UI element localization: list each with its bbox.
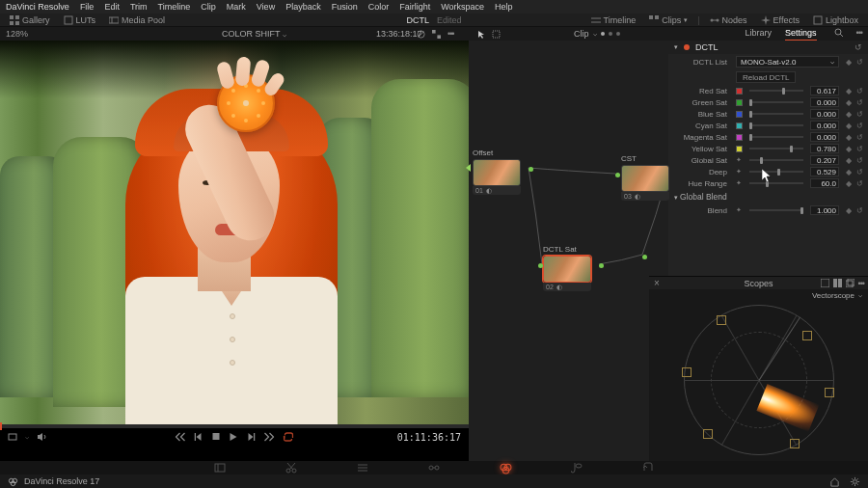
reset-icon[interactable]: ↺: [856, 179, 864, 187]
loop-icon[interactable]: [284, 432, 294, 442]
reset-icon[interactable]: ↺: [856, 58, 864, 66]
reset-icon[interactable]: ↺: [856, 206, 864, 214]
dctl-list-dropdown[interactable]: MONO-Sat-v2.0⌵: [736, 56, 839, 68]
node-dctl-sat[interactable]: DCTL Sat 02 ◐: [543, 245, 591, 291]
param-value[interactable]: 0.207: [810, 155, 839, 165]
menu-edit[interactable]: Edit: [104, 2, 120, 12]
param-value[interactable]: 60.0: [810, 178, 839, 188]
pointer-tool-icon[interactable]: [477, 30, 486, 39]
tab-library[interactable]: Library: [746, 28, 773, 41]
menu-workspace[interactable]: Workspace: [441, 2, 484, 12]
clip-name[interactable]: COLOR SHIFT ⌵: [222, 29, 286, 39]
menu-mark[interactable]: Mark: [227, 2, 246, 12]
lightbox-toggle[interactable]: Lightbox: [809, 15, 862, 25]
keyframe-icon[interactable]: ◆: [846, 110, 854, 118]
keyframe-icon[interactable]: ◆: [846, 98, 854, 106]
scope-layout2-icon[interactable]: [833, 279, 842, 287]
blend-slider[interactable]: [749, 209, 803, 211]
keyframe-icon[interactable]: ◆: [846, 156, 854, 164]
play-icon[interactable]: [230, 432, 238, 442]
param-value[interactable]: 0.000: [810, 109, 839, 119]
keyframe-icon[interactable]: ◆: [846, 133, 854, 141]
reset-icon[interactable]: ↺: [854, 42, 862, 52]
panel-options-icon[interactable]: •••: [856, 28, 862, 41]
expand-icon[interactable]: [432, 30, 441, 39]
param-slider[interactable]: [749, 148, 803, 149]
reset-icon[interactable]: ↺: [856, 133, 864, 141]
step-back-icon[interactable]: [195, 432, 203, 442]
keyframe-icon[interactable]: ◆: [846, 58, 854, 66]
param-slider[interactable]: [749, 136, 803, 138]
prev-clip-icon[interactable]: [176, 432, 186, 442]
speaker-icon[interactable]: [37, 432, 48, 442]
next-clip-icon[interactable]: [264, 432, 275, 442]
param-slider[interactable]: [749, 171, 803, 173]
menu-timeline[interactable]: Timeline: [158, 2, 191, 12]
timeline-toggle[interactable]: Timeline: [587, 15, 640, 25]
param-slider[interactable]: [749, 101, 803, 103]
menu-fairlight[interactable]: Fairlight: [399, 2, 430, 12]
stop-icon[interactable]: [212, 432, 221, 442]
luts-toggle[interactable]: LUTs: [60, 15, 100, 25]
dctl-header[interactable]: ▾DCTL ↺: [668, 41, 868, 54]
page-deliver[interactable]: [641, 461, 655, 474]
param-slider[interactable]: [749, 90, 803, 92]
keyframe-icon[interactable]: ◆: [846, 206, 854, 214]
nodes-toggle[interactable]: Nodes: [706, 15, 751, 25]
scope-popout-icon[interactable]: [846, 279, 854, 287]
menu-fusion[interactable]: Fusion: [332, 2, 358, 12]
keyframe-icon[interactable]: ◆: [846, 122, 854, 129]
bypass-icon[interactable]: [417, 30, 425, 39]
menu-trim[interactable]: Trim: [130, 2, 148, 12]
param-value[interactable]: 0.529: [810, 167, 839, 176]
page-fairlight[interactable]: [570, 461, 583, 474]
menu-clip[interactable]: Clip: [201, 2, 216, 12]
node-cst[interactable]: CST 03 ◐: [621, 154, 669, 201]
scope-mode[interactable]: Vectorscope: [812, 291, 854, 300]
keyframe-icon[interactable]: ◆: [846, 179, 854, 187]
page-cut[interactable]: [285, 461, 298, 474]
region-tool-icon[interactable]: [492, 30, 501, 39]
reset-icon[interactable]: ↺: [856, 110, 864, 118]
home-icon[interactable]: [829, 476, 840, 487]
scope-options-icon[interactable]: •••: [858, 279, 864, 288]
menu-color[interactable]: Color: [368, 2, 390, 12]
param-value[interactable]: 0.000: [810, 121, 839, 130]
mediapool-toggle[interactable]: Media Pool: [105, 15, 169, 25]
menu-playback[interactable]: Playback: [285, 2, 321, 12]
reset-icon[interactable]: ↺: [856, 122, 864, 129]
keyframe-icon[interactable]: ◆: [846, 145, 854, 152]
menu-view[interactable]: View: [257, 2, 275, 12]
keyframe-icon[interactable]: ◆: [846, 87, 854, 95]
resolve-logo-icon[interactable]: [8, 476, 18, 487]
viewer-scrubber[interactable]: [0, 424, 469, 428]
reload-dctl-button[interactable]: Reload DCTL: [736, 71, 796, 83]
param-slider[interactable]: [749, 124, 803, 126]
param-value[interactable]: 0.000: [810, 132, 839, 142]
reset-icon[interactable]: ↺: [856, 87, 864, 95]
page-color[interactable]: [499, 461, 512, 474]
enable-dot-icon[interactable]: [684, 44, 690, 50]
stills-icon[interactable]: [8, 432, 17, 442]
chevron-down-icon[interactable]: ⌵: [25, 433, 29, 441]
menu-help[interactable]: Help: [495, 2, 513, 12]
page-fusion[interactable]: [427, 461, 441, 474]
page-media[interactable]: [213, 461, 227, 474]
reset-icon[interactable]: ↺: [856, 98, 864, 106]
param-value[interactable]: 0.617: [810, 86, 839, 95]
settings-gear-icon[interactable]: [850, 476, 860, 487]
param-value[interactable]: 0.000: [810, 97, 839, 107]
global-blend-header[interactable]: Global Blend: [668, 189, 868, 204]
step-fwd-icon[interactable]: [247, 432, 256, 442]
search-icon[interactable]: [834, 28, 843, 37]
viewer[interactable]: ⌵ 01:11:36:17: [0, 41, 469, 461]
gallery-toggle[interactable]: Gallery: [6, 15, 54, 25]
node-graph[interactable]: Offset 01 ◐ DCTL Sat 02 ◐ CST 03 ◐: [469, 41, 668, 461]
reset-icon[interactable]: ↺: [856, 156, 864, 164]
reset-icon[interactable]: ↺: [856, 168, 864, 176]
menu-file[interactable]: File: [80, 2, 95, 12]
clips-toggle[interactable]: Clips▾: [645, 15, 692, 25]
param-value[interactable]: 0.780: [810, 144, 839, 153]
blend-value[interactable]: 1.000: [810, 205, 839, 215]
menu-app[interactable]: DaVinci Resolve: [6, 2, 69, 12]
